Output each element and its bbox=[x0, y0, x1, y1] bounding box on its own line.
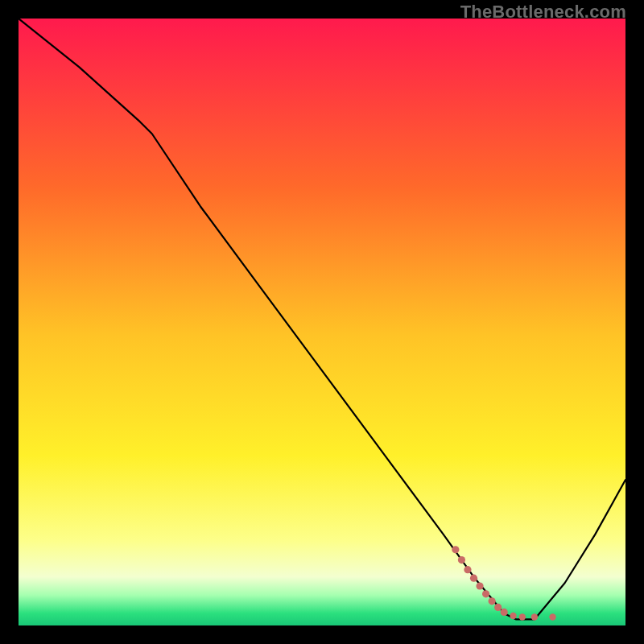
highlight-dot bbox=[452, 546, 459, 553]
highlight-dot bbox=[489, 597, 496, 605]
highlight-dot bbox=[531, 613, 538, 620]
gradient-background bbox=[19, 19, 625, 625]
highlight-dot bbox=[549, 613, 555, 620]
chart-canvas bbox=[19, 19, 625, 625]
highlight-dot bbox=[519, 613, 526, 620]
highlight-dot bbox=[482, 590, 489, 597]
highlight-dot bbox=[501, 609, 508, 616]
chart-frame: TheBottleneck.com bbox=[0, 0, 644, 644]
highlight-dot bbox=[476, 582, 483, 589]
highlight-dot bbox=[494, 604, 502, 611]
highlight-dot bbox=[470, 575, 477, 582]
highlight-dot bbox=[458, 556, 465, 564]
highlight-dot bbox=[510, 613, 516, 619]
highlight-dot bbox=[464, 566, 471, 573]
plot-area bbox=[19, 19, 625, 625]
